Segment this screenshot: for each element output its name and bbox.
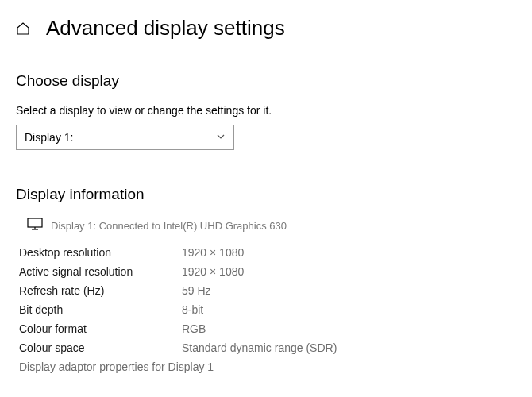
display-properties-table: Desktop resolution 1920 × 1080 Active si… <box>16 246 516 373</box>
home-icon[interactable] <box>16 21 30 36</box>
prop-row-bit-depth: Bit depth 8-bit <box>19 303 516 316</box>
prop-value: 8-bit <box>182 303 203 316</box>
prop-label: Bit depth <box>19 303 182 316</box>
prop-row-refresh-rate: Refresh rate (Hz) 59 Hz <box>19 284 516 297</box>
prop-label: Desktop resolution <box>19 246 182 259</box>
prop-row-desktop-resolution: Desktop resolution 1920 × 1080 <box>19 246 516 259</box>
svg-rect-0 <box>28 218 42 227</box>
display-selector-value: Display 1: <box>25 131 73 144</box>
prop-label: Active signal resolution <box>19 265 182 278</box>
choose-display-heading: Choose display <box>16 72 516 90</box>
chevron-down-icon <box>216 131 226 144</box>
display-info-heading: Display information <box>16 186 516 203</box>
prop-value: 1920 × 1080 <box>182 246 244 259</box>
prop-label: Refresh rate (Hz) <box>19 284 182 297</box>
choose-display-instruction: Select a display to view or change the s… <box>16 104 516 117</box>
display-adaptor-properties-link[interactable]: Display adaptor properties for Display 1 <box>19 360 516 373</box>
prop-label: Colour format <box>19 322 182 335</box>
prop-value: 1920 × 1080 <box>182 265 244 278</box>
connected-text: Display 1: Connected to Intel(R) UHD Gra… <box>51 220 287 232</box>
prop-row-colour-space: Colour space Standard dynamic range (SDR… <box>19 341 516 354</box>
connected-row: Display 1: Connected to Intel(R) UHD Gra… <box>16 218 516 232</box>
page-title: Advanced display settings <box>46 16 285 40</box>
monitor-icon <box>27 218 43 230</box>
prop-label: Colour space <box>19 341 182 354</box>
prop-row-active-signal-resolution: Active signal resolution 1920 × 1080 <box>19 265 516 278</box>
prop-value: RGB <box>182 322 206 335</box>
header: Advanced display settings <box>16 16 516 40</box>
prop-value: 59 Hz <box>182 284 211 297</box>
prop-row-colour-format: Colour format RGB <box>19 322 516 335</box>
prop-value: Standard dynamic range (SDR) <box>182 341 337 354</box>
display-selector-dropdown[interactable]: Display 1: <box>16 125 234 150</box>
